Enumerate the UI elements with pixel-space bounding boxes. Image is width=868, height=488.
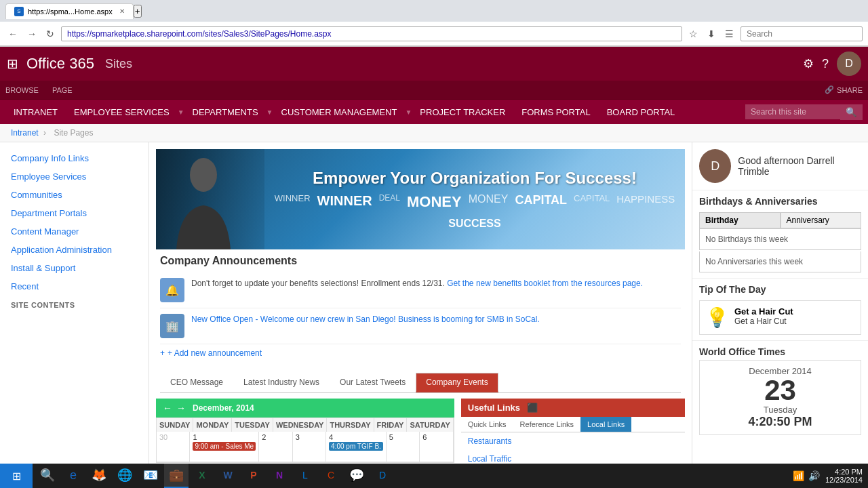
cal-day-mon: MONDAY: [193, 418, 232, 432]
waffle-icon[interactable]: ⊞: [7, 56, 18, 72]
tab-company-events[interactable]: Company Events: [416, 373, 498, 392]
nav-board-portal[interactable]: BOARD PORTAL: [599, 100, 684, 124]
taskbar-mail-icon[interactable]: 📧: [138, 464, 163, 488]
sidebar-item-recent[interactable]: Recent: [0, 277, 149, 296]
taskbar-crm-icon[interactable]: C: [319, 464, 343, 488]
world-clock: December 2014 23 Tuesday 4:20:50 PM: [699, 360, 861, 435]
cal-event-1[interactable]: 9:00 am - Sales Me: [193, 442, 256, 451]
announcement-text-2: New Office Open - Welcome our new crew i…: [191, 314, 540, 325]
close-tab-icon[interactable]: ✕: [119, 7, 125, 15]
menu-button[interactable]: ☰: [722, 27, 736, 41]
sidebar-item-install-support[interactable]: Install & Support: [0, 259, 149, 277]
user-greeting-avatar: D: [699, 149, 731, 183]
tip-body: Get a Hair Cut: [734, 317, 793, 326]
download-button[interactable]: ⬇: [705, 27, 718, 41]
browser-tab[interactable]: S https://spma...Home.aspx ✕: [5, 3, 134, 19]
useful-tab-quick[interactable]: Quick Links: [461, 417, 513, 432]
lightbulb-icon: 💡: [705, 306, 729, 329]
add-announcement-button[interactable]: + + Add new announcement: [160, 344, 681, 362]
cal-cell-3[interactable]: 3: [293, 432, 326, 462]
cal-day-wed: WEDNESDAY: [273, 418, 328, 432]
announcement-link-2[interactable]: New Office Open - Welcome our new crew i…: [191, 314, 540, 324]
useful-link-restaurants[interactable]: Restaurants: [461, 432, 685, 450]
taskbar-word-icon[interactable]: W: [216, 464, 240, 488]
sites-link[interactable]: Sites: [105, 57, 132, 71]
reload-button[interactable]: ↻: [43, 27, 57, 41]
nav-employee-services[interactable]: EMPLOYEE SERVICES: [66, 100, 178, 124]
cal-cell-5[interactable]: 5: [387, 432, 420, 462]
announcement-2: 🏢 New Office Open - Welcome our new crew…: [160, 308, 681, 344]
tab-ceo[interactable]: CEO Message: [160, 373, 233, 392]
taskbar-chrome-icon[interactable]: 🌐: [113, 464, 137, 488]
cal-day-thu: THURSDAY: [327, 418, 374, 432]
tab-tweets[interactable]: Our Latest Tweets: [330, 373, 416, 392]
cal-date-4: 4: [329, 433, 333, 441]
anniversary-content: No Anniversaries this week: [699, 251, 861, 272]
back-button[interactable]: ←: [5, 27, 20, 41]
cal-day-sat: SATURDAY: [407, 418, 453, 432]
cal-cell-1[interactable]: 1 9:00 am - Sales Me: [190, 432, 259, 462]
user-avatar[interactable]: D: [837, 52, 861, 76]
cal-cell-6[interactable]: 6: [420, 432, 453, 462]
share-button[interactable]: 🔗 SHARE: [825, 85, 863, 94]
calendar-prev-button[interactable]: ←: [163, 403, 172, 413]
cal-days-header: SUNDAY MONDAY TUESDAY WEDNESDAY THURSDAY…: [157, 418, 454, 432]
taskbar-dynamics-icon[interactable]: D: [370, 464, 395, 488]
taskbar-ie-icon[interactable]: e: [61, 464, 85, 488]
calendar-next-button[interactable]: →: [176, 403, 186, 413]
nav-project-tracker[interactable]: PROJECT TRACKER: [412, 100, 513, 124]
forward-button[interactable]: →: [24, 27, 39, 41]
cal-event-2[interactable]: 4:00 pm TGIF B.: [329, 442, 383, 451]
taskbar-skype-icon[interactable]: 💬: [344, 464, 369, 488]
hero-kw-capital-lg: CAPITAL: [515, 193, 567, 211]
useful-links-expand-icon: ⬛: [527, 403, 538, 413]
taskbar-lync-icon[interactable]: L: [293, 464, 317, 488]
useful-tab-reference[interactable]: Reference Links: [513, 417, 581, 432]
nav-departments[interactable]: DEPARTMENTS: [184, 100, 267, 124]
breadcrumb-intranet[interactable]: Intranet: [11, 128, 39, 138]
taskbar-firefox-icon[interactable]: 🦊: [87, 464, 111, 488]
browser-search-input[interactable]: [741, 26, 863, 41]
cal-cell-30[interactable]: 30: [157, 432, 190, 462]
sidebar-item-communities[interactable]: Communities: [0, 186, 149, 204]
wc-date: 23: [705, 376, 855, 405]
nav-intranet[interactable]: INTRANET: [5, 100, 66, 124]
new-tab-button[interactable]: +: [134, 5, 142, 18]
bookmark-button[interactable]: ☆: [686, 27, 701, 41]
add-icon: +: [160, 348, 165, 358]
breadcrumb-sep: ›: [43, 128, 48, 138]
address-input[interactable]: [61, 26, 682, 41]
announcement-link-1[interactable]: Get the new benefits booklet from the re…: [447, 279, 643, 288]
useful-tab-local[interactable]: Local Links: [580, 417, 631, 432]
sidebar-item-dept-portals[interactable]: Department Portals: [0, 204, 149, 222]
search-site-button[interactable]: 🔍: [840, 104, 863, 120]
sidebar-item-company-info[interactable]: Company Info Links: [0, 149, 149, 167]
sidebar-item-app-admin[interactable]: Application Administration: [0, 241, 149, 259]
search-site-input[interactable]: [745, 104, 840, 119]
useful-links-header: Useful Links ⬛: [461, 399, 685, 417]
useful-tabs: Quick Links Reference Links Local Links: [461, 417, 685, 432]
start-button[interactable]: ⊞: [0, 464, 33, 488]
browse-label[interactable]: BROWSE: [5, 86, 39, 94]
tab-industry[interactable]: Latest Industry News: [233, 373, 330, 392]
birthday-tab-anniversary[interactable]: Anniversary: [781, 212, 862, 228]
nav-customer-mgmt[interactable]: CUSTOMER MANAGEMENT: [273, 100, 406, 124]
cal-cell-2[interactable]: 2: [259, 432, 292, 462]
taskbar-ppt-icon[interactable]: P: [241, 464, 266, 488]
birthday-tab-birthday[interactable]: Birthday: [699, 212, 781, 228]
taskbar-excel-icon[interactable]: X: [190, 464, 214, 488]
cal-cell-4[interactable]: 4 4:00 pm TGIF B.: [326, 432, 387, 462]
page-label[interactable]: PAGE: [52, 86, 73, 94]
sidebar-item-employee-services[interactable]: Employee Services: [0, 167, 149, 186]
wc-time: 4:20:50 PM: [705, 415, 855, 429]
sidebar-item-content-manager[interactable]: Content Manager: [0, 222, 149, 241]
taskbar-search-icon[interactable]: 🔍: [35, 464, 60, 488]
birthdays-title: Birthdays & Anniversaries: [699, 196, 861, 207]
hero-kw-money-sm: MONEY: [469, 193, 509, 211]
settings-button[interactable]: ⚙: [803, 56, 814, 71]
taskbar-onenote-icon[interactable]: N: [267, 464, 292, 488]
hero-kw-success: SUCCESS: [448, 218, 500, 230]
help-button[interactable]: ?: [822, 57, 829, 71]
taskbar-sharepoint-icon[interactable]: 💼: [164, 464, 189, 488]
nav-forms-portal[interactable]: FORMS PORTAL: [513, 100, 598, 124]
